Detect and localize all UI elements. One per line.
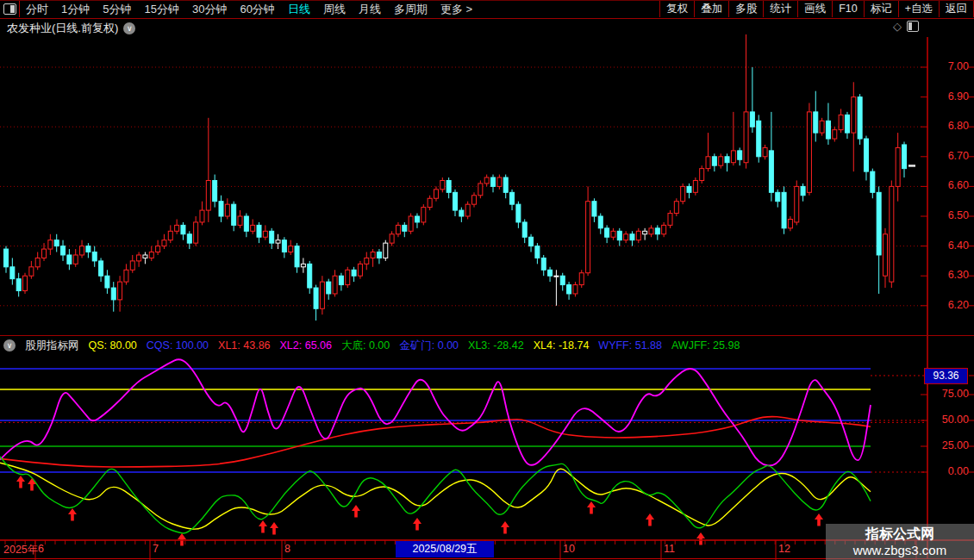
menu-period-2[interactable]: 5分钟 [103, 1, 131, 17]
menu-period-10[interactable]: 更多 > [440, 1, 472, 17]
price-label-6.90: 6.90 [931, 90, 969, 103]
indicator-param-CQS: CQS: 100.00 [147, 339, 209, 352]
indicator-param-XL1: XL1: 43.86 [218, 339, 270, 352]
indicator-param-WYFF: WYFF: 51.88 [598, 339, 662, 352]
price-label-6.20: 6.20 [931, 299, 969, 311]
toolbar-button-4[interactable]: 画线 [797, 1, 833, 17]
month-label-11: 11 [664, 543, 675, 555]
menu-period-1[interactable]: 1分钟 [61, 1, 90, 17]
buy-arrow-icon [28, 478, 36, 491]
indicator-current-value: 93.36 [924, 368, 968, 384]
indicator-param-XL3: XL3: -28.42 [468, 339, 524, 352]
period-menu: 分时1分钟5分钟15分钟30分钟60分钟日线周线月线多周期更多 > [26, 1, 472, 17]
price-label-7.00: 7.00 [931, 60, 969, 72]
indicator-label-0.00: 0.00 [931, 465, 969, 477]
month-label-8: 8 [284, 543, 290, 555]
chart-title-row: 农发种业(日线.前复权) ∨ [7, 21, 135, 36]
buy-arrow-icon [501, 521, 509, 534]
buy-arrow-icon [68, 508, 77, 521]
buy-arrow-icon [352, 505, 360, 518]
menu-period-5[interactable]: 60分钟 [240, 1, 274, 17]
chevron-down-icon[interactable]: ∨ [123, 22, 135, 34]
month-label-10: 10 [563, 543, 575, 555]
split-pane-icon[interactable] [907, 21, 919, 32]
candles [4, 34, 907, 320]
watermark-url: www.zbgs3.com [853, 543, 946, 558]
chart-canvas[interactable] [0, 0, 974, 560]
price-label-6.80: 6.80 [931, 120, 969, 132]
action-menu: 复权叠加多股统计画线F10标记+自选返回 [660, 1, 974, 17]
indicator-param-AWJFF: AWJFF: 25.98 [671, 339, 740, 352]
indicator-label-50.00: 50.00 [931, 414, 969, 426]
price-label-6.50: 6.50 [931, 209, 969, 221]
toolbar-button-5[interactable]: F10 [832, 1, 865, 17]
indicator-header: ∨ 股朋指标网 QS: 80.00CQS: 100.00XL1: 43.86XL… [3, 338, 740, 353]
indicator-param-大底: 大底: 0.00 [341, 339, 390, 353]
watermark: 指标公式网 www.zbgs3.com [826, 524, 974, 560]
year-label: 2025年 [3, 543, 38, 557]
menu-period-4[interactable]: 30分钟 [192, 1, 227, 17]
toolbar-button-3[interactable]: 统计 [763, 1, 798, 17]
month-label-12: 12 [778, 543, 790, 555]
diamond-icon[interactable]: ◇ [893, 21, 902, 32]
buy-arrow-icon [815, 513, 823, 526]
indicator-name: 股朋指标网 [25, 339, 79, 353]
indicator-label-75.00: 75.00 [931, 388, 969, 400]
indicator-label-25.00: 25.00 [931, 439, 969, 451]
toolbar-button-0[interactable]: 复权 [659, 1, 695, 17]
menu-period-9[interactable]: 多周期 [394, 1, 428, 17]
date-highlight: 2025/08/29五 [396, 541, 494, 557]
buy-arrow-icon [270, 522, 278, 535]
buy-arrow-icon [696, 532, 705, 545]
menu-period-0[interactable]: 分时 [26, 1, 48, 17]
split-window-icon [3, 3, 16, 15]
indicator-param-XL4: XL4: -18.74 [534, 339, 590, 352]
price-label-6.30: 6.30 [931, 269, 969, 281]
page-title: 农发种业(日线.前复权) [7, 21, 118, 36]
buy-arrow-icon [259, 520, 267, 533]
price-label-6.40: 6.40 [931, 240, 969, 252]
toolbar-button-7[interactable]: +自选 [898, 1, 940, 17]
app-window: 分时1分钟5分钟15分钟30分钟60分钟日线周线月线多周期更多 > 复权叠加多股… [0, 0, 974, 560]
buy-arrow-icon [587, 501, 596, 514]
layout-button[interactable] [0, 1, 20, 17]
price-label-6.70: 6.70 [931, 150, 969, 162]
window-icons: ◇ [893, 21, 919, 32]
watermark-title: 指标公式网 [865, 526, 934, 543]
buy-arrow-icon [16, 476, 25, 488]
toolbar-button-2[interactable]: 多股 [728, 1, 764, 17]
indicator-param-QS: QS: 80.00 [89, 339, 137, 352]
toolbar-button-6[interactable]: 标记 [864, 1, 899, 17]
buy-arrow-icon [646, 513, 654, 526]
menu-period-6[interactable]: 日线 [288, 1, 310, 17]
indicator-chevron-icon[interactable]: ∨ [3, 339, 16, 352]
menu-period-3[interactable]: 15分钟 [144, 1, 178, 17]
toolbar-button-1[interactable]: 叠加 [694, 1, 729, 17]
month-label-6: 6 [38, 543, 44, 555]
buy-arrow-icon [413, 518, 421, 531]
menu-period-7[interactable]: 周线 [323, 1, 346, 17]
month-label-7: 7 [153, 543, 159, 555]
top-toolbar: 分时1分钟5分钟15分钟30分钟60分钟日线周线月线多周期更多 > 复权叠加多股… [0, 0, 974, 19]
menu-period-8[interactable]: 月线 [359, 1, 381, 17]
toolbar-button-8[interactable]: 返回 [939, 1, 974, 17]
indicator-param-金矿门: 金矿门: 0.00 [399, 339, 459, 353]
indicator-param-XL2: XL2: 65.06 [280, 339, 332, 352]
price-label-6.60: 6.60 [931, 179, 969, 191]
